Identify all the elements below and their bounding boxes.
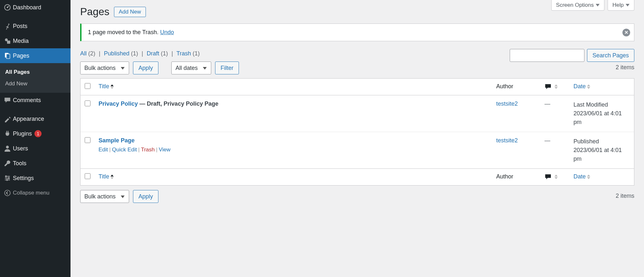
search-button[interactable]: Search Pages (587, 49, 634, 62)
row-action-trash[interactable]: Trash (141, 147, 155, 153)
row-title-link[interactable]: Sample Page (99, 137, 135, 144)
search-input[interactable] (510, 49, 584, 62)
dismiss-notice-button[interactable]: ✕ (622, 29, 630, 36)
sidebar-collapse-label: Collapse menu (13, 190, 49, 196)
sidebar-item-pages[interactable]: Pages (0, 48, 71, 63)
date-filter-select[interactable]: All dates (171, 62, 211, 74)
sidebar-collapse[interactable]: Collapse menu (0, 186, 71, 200)
row-action-quick-edit[interactable]: Quick Edit (112, 147, 137, 153)
row-actions: Edit|Quick Edit|Trash|View (99, 147, 488, 153)
row-action-edit[interactable]: Edit (99, 147, 108, 153)
comments-count: — (545, 100, 550, 107)
sidebar-item-label: Posts (13, 23, 27, 30)
filter-draft-count: (1) (161, 50, 168, 57)
svg-point-6 (6, 146, 9, 148)
post-state: — Draft, Privacy Policy Page (138, 100, 218, 107)
sort-indicator-icon (110, 175, 114, 179)
bulk-actions-select[interactable]: Bulk actions (80, 62, 129, 74)
sort-indicator-icon (554, 84, 558, 89)
screen-options-tab[interactable]: Screen Options (551, 0, 604, 11)
apply-bulk-button[interactable]: Apply (133, 62, 158, 74)
chevron-down-icon (626, 4, 630, 6)
sidebar-item-appearance[interactable]: Appearance (0, 111, 71, 126)
date-value: 2023/06/01 at 4:01 pm (573, 147, 622, 162)
sidebar-item-label: Users (13, 145, 28, 152)
pages-icon (4, 52, 13, 59)
sidebar-item-label: Media (13, 38, 29, 44)
tablenav-bottom: Bulk actions Apply 2 items (80, 190, 634, 203)
table-row: Sample Page Edit|Quick Edit|Trash|View t… (80, 132, 634, 168)
sidebar-item-label: Pages (13, 53, 29, 59)
svg-rect-11 (8, 177, 9, 179)
sort-indicator-icon (554, 175, 558, 179)
filter-trash-count: (1) (193, 50, 200, 57)
author-link[interactable]: testsite2 (496, 100, 518, 107)
sidebar-item-label: Plugins (13, 130, 32, 137)
undo-link[interactable]: Undo (160, 29, 174, 35)
help-tab[interactable]: Help (608, 0, 634, 11)
comments-icon (545, 173, 552, 180)
items-count-bottom: 2 items (616, 193, 634, 199)
svg-rect-12 (7, 179, 7, 181)
sort-indicator-icon (110, 84, 114, 89)
add-new-button[interactable]: Add New (114, 7, 146, 17)
filter-trash[interactable]: Trash (176, 50, 191, 57)
sidebar-item-plugins[interactable]: Plugins 1 (0, 126, 71, 141)
sidebar-item-users[interactable]: Users (0, 141, 71, 156)
column-title-foot[interactable]: Title (95, 168, 492, 185)
column-title[interactable]: Title (95, 79, 492, 95)
sidebar-item-dashboard[interactable]: Dashboard (0, 0, 71, 15)
filter-published[interactable]: Published (104, 50, 129, 57)
sidebar-item-settings[interactable]: Settings (0, 171, 71, 186)
svg-point-1 (7, 7, 8, 8)
sidebar-item-posts[interactable]: Posts (0, 19, 71, 33)
comments-count: — (545, 137, 550, 144)
column-comments[interactable] (541, 79, 570, 95)
row-checkbox[interactable] (85, 137, 90, 143)
date-prefix: Published (573, 138, 599, 145)
users-icon (4, 145, 13, 152)
svg-rect-5 (6, 54, 10, 59)
select-all-top[interactable] (85, 83, 90, 89)
author-link[interactable]: testsite2 (496, 137, 518, 144)
bulk-actions-select-bottom[interactable]: Bulk actions (80, 190, 129, 203)
row-checkbox[interactable] (85, 100, 90, 106)
sidebar-item-label: Tools (13, 160, 26, 167)
content-area: Screen Options Help Pages Add New 1 page… (71, 0, 644, 203)
filter-published-count: (1) (131, 50, 138, 57)
svg-rect-10 (6, 175, 6, 177)
sidebar-subitem-all-pages[interactable]: All Pages (0, 66, 71, 78)
sidebar-subitem-add-new[interactable]: Add New (0, 78, 71, 90)
filter-all-count: (2) (88, 50, 95, 57)
date-prefix: Last Modified (573, 101, 608, 108)
sidebar-item-media[interactable]: Media (0, 33, 71, 48)
close-icon: ✕ (624, 30, 629, 35)
filter-button[interactable]: Filter (215, 62, 239, 74)
filter-all[interactable]: All (80, 50, 87, 57)
sidebar-item-comments[interactable]: Comments (0, 93, 71, 108)
sidebar-item-label: Dashboard (13, 4, 41, 11)
row-action-view[interactable]: View (159, 147, 171, 153)
pages-table: Title Author Date Privacy Policy — Draft… (80, 78, 634, 186)
screen-meta: Screen Options Help (551, 0, 634, 11)
column-comments-foot[interactable] (541, 168, 570, 185)
svg-rect-3 (7, 41, 10, 44)
sort-indicator-icon (587, 84, 590, 89)
search-box: Search Pages (510, 49, 634, 62)
page-title: Pages (80, 6, 109, 18)
tools-icon (4, 160, 13, 167)
filter-draft[interactable]: Draft (147, 50, 159, 57)
sidebar-item-label: Comments (13, 97, 41, 104)
svg-point-13 (5, 190, 10, 196)
row-title-link[interactable]: Privacy Policy (99, 100, 138, 107)
select-all-bottom[interactable] (85, 173, 90, 179)
sidebar-item-label: Settings (13, 175, 34, 182)
column-author-foot: Author (492, 168, 541, 185)
column-date[interactable]: Date (570, 79, 634, 95)
column-date-foot[interactable]: Date (570, 168, 634, 185)
notice-success: 1 page moved to the Trash. Undo ✕ (80, 24, 634, 41)
help-label: Help (612, 2, 624, 8)
apply-bulk-button-bottom[interactable]: Apply (133, 190, 158, 203)
sidebar-item-tools[interactable]: Tools (0, 156, 71, 171)
admin-sidebar: Dashboard Posts Media Pages All Pages Ad… (0, 0, 71, 277)
